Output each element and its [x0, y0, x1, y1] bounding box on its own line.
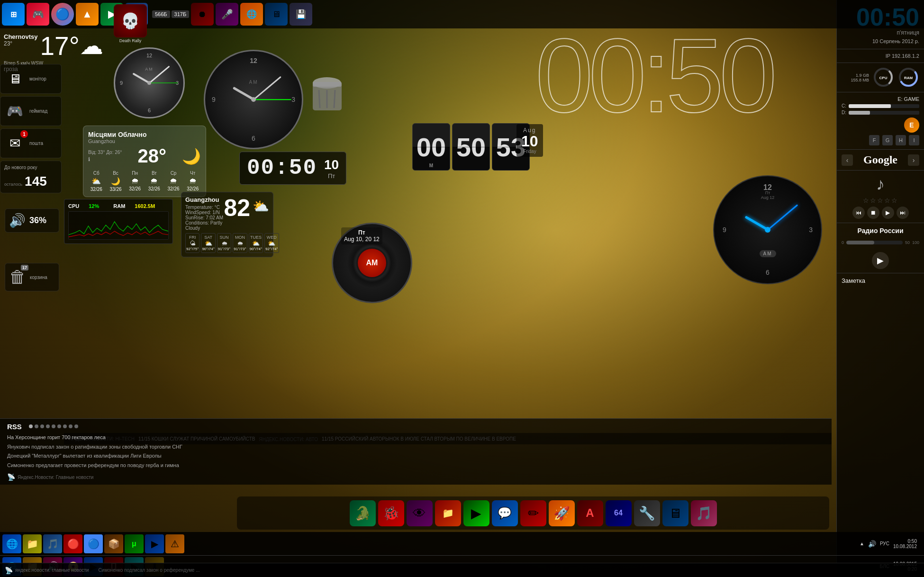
rss-item-3: Донецкий "Металлург" вылетает из квалифи… — [7, 451, 824, 461]
gamepad-icon: 🎮 — [4, 100, 26, 122]
status-bar-icon: 📡 — [5, 567, 13, 574]
clock3-center — [765, 227, 770, 233]
radio-progress-bar — [846, 241, 903, 244]
taskbar-icon-1[interactable]: 🎮 — [27, 3, 49, 26]
cpu-label: CPU — [68, 203, 79, 209]
radio-name: Радио России — [842, 227, 919, 234]
rss-source-bar: 📡 Яндекс.Новости: Главные новости — [7, 473, 824, 481]
recycle-widget-inner[interactable]: 🗑 17 корзина — [5, 263, 59, 291]
dock-icon-frog[interactable]: 🐊 — [350, 500, 376, 526]
disk-e-group: E — [842, 117, 919, 133]
windows-start-button[interactable]: ⊞ — [2, 3, 25, 26]
taskbar-bottom-music[interactable]: 🎵 — [43, 534, 62, 553]
death-rally-label: Death Rally — [119, 38, 142, 43]
disk-i-btn[interactable]: I — [909, 135, 919, 145]
digital-time: 00:50 — [247, 156, 317, 180]
dock-icon-skype[interactable]: 💬 — [492, 500, 518, 526]
trash-bin-icon[interactable] — [308, 73, 346, 116]
taskbar-icon-7[interactable]: 🎤 — [216, 3, 238, 26]
taskbar-icon-10[interactable]: 💾 — [290, 3, 312, 26]
dock-icon-64[interactable]: 64 — [606, 500, 632, 526]
analog-clock-blue: 12 3 6 9 ПтAug 12 AM — [713, 175, 822, 284]
disk-g-btn[interactable]: G — [882, 135, 893, 145]
disk-h-btn[interactable]: H — [896, 135, 906, 145]
music-next-btn[interactable]: ⏭ — [897, 207, 909, 219]
volume-widget: 🔊 36% — [5, 208, 59, 233]
cpu-graph-line — [69, 222, 168, 235]
browser-forward-btn[interactable]: › — [908, 154, 919, 166]
taskbar-bottom-chrome2[interactable]: 🔵 — [84, 534, 103, 553]
taskbar-bottom-box[interactable]: 📦 — [104, 534, 123, 553]
right-ram-size: 1.9 GB — [851, 73, 869, 78]
taskbar-icon-chrome[interactable]: 🔵 — [51, 3, 74, 26]
mail-widget[interactable]: ✉ 1 пошта — [0, 128, 62, 158]
disk-f-btn[interactable]: F — [869, 135, 879, 145]
clock2-center — [251, 97, 256, 102]
music-play-btn[interactable]: ▶ — [882, 207, 894, 219]
new-year-widget[interactable]: До нового року осталось 145 — [0, 161, 62, 193]
dock-icon-tools[interactable]: 🔧 — [634, 500, 660, 526]
status-bar-text: яндекс.новости: главные новости — [15, 568, 89, 573]
dock-icon-screen[interactable]: 🖥 — [662, 500, 688, 526]
guangzhou-cloud-icon: ⛅ — [253, 198, 269, 214]
clock3-minute-hand — [767, 204, 798, 230]
rss-item-1: На Херсонщине горит 700 гектаров леса — [7, 433, 824, 442]
svg-text:RAM: RAM — [904, 76, 913, 80]
right-note-widget: Заметка — [837, 273, 924, 290]
gamepad-widget[interactable]: 🎮 геймпад — [0, 96, 62, 126]
dock-icon-ladybug[interactable]: 🐞 — [378, 500, 404, 526]
status-bar-scroll: Симоненко подписал закон о референдуме .… — [98, 568, 199, 573]
taskbar-bottom-ie[interactable]: 🌐 — [2, 534, 21, 553]
dock-icon-filezilla[interactable]: 📁 — [435, 500, 461, 526]
weather-city: Chernovtsy — [4, 33, 38, 40]
right-ram-used: 155.8 MB — [851, 78, 869, 82]
weather-info-icon: ℹ — [88, 156, 122, 162]
clock2-am-label: AM — [249, 80, 258, 85]
tray-time-block: 0:50 10.08.2012 — [893, 539, 917, 549]
mail-icon: ✉ 1 — [4, 133, 26, 154]
guangzhou-weather-widget: Guangzhou Temperature: °C WindSpeed: 1/N… — [181, 192, 273, 257]
taskbar-bottom-media[interactable]: ▶ — [145, 534, 164, 553]
disk-letters: F G H I — [842, 135, 919, 145]
radio-play-btn[interactable]: ▶ — [872, 252, 889, 269]
dock-icon-play[interactable]: ▶ — [463, 500, 489, 526]
vinyl-label: AM — [358, 249, 386, 277]
volume-widget-inner[interactable]: 🔊 36% — [5, 208, 59, 233]
dock-icon-eye[interactable]: 👁 — [407, 500, 433, 526]
sys-tray: ▲ 🔊 РУС 0:50 10.08.2012 — [860, 539, 922, 549]
disk-d-bar: D: — [842, 110, 919, 115]
weather-day-thu: Чт 🌧 32/26 — [184, 171, 201, 192]
guangzhou-sunrise: SunRise: 7:02 AM — [185, 215, 224, 220]
music-stop-btn[interactable]: ⏹ — [867, 207, 879, 219]
taskbar-icon-6[interactable]: ⏺ — [191, 3, 214, 26]
radio-progress-fill — [846, 241, 874, 244]
taskbar-bottom-folder[interactable]: 📁 — [23, 534, 42, 553]
vinyl-date-text: Aug 10, 20 12 — [344, 236, 380, 243]
flip-date-display: Aug 10 Friday — [516, 124, 543, 157]
clock2-second-hand — [254, 99, 291, 100]
tray-arrows: ▲ — [860, 541, 864, 546]
disk-e-button[interactable]: E — [904, 117, 919, 133]
vinyl-date-display: Пт Aug 10, 20 12 — [341, 227, 382, 244]
forecast-sun: SUN🌧91°/73° — [217, 233, 231, 253]
taskbar-bottom-utorrent[interactable]: μ — [125, 534, 144, 553]
weather-widget-main: Місцями Облачно Guangzhou Від: 33° До: 2… — [83, 126, 206, 197]
dock-icon-paint[interactable]: ✏ — [520, 500, 546, 526]
music-prev-btn[interactable]: ⏮ — [852, 207, 865, 219]
dock-icon-music2[interactable]: 🎵 — [691, 500, 717, 526]
taskbar-icon-3[interactable]: ▲ — [76, 3, 99, 26]
monitor-widget[interactable]: 🖥 монітор — [0, 64, 62, 94]
ram-graph-line — [69, 231, 168, 237]
taskbar-icon-8[interactable]: 🌐 — [240, 3, 263, 26]
death-rally-widget[interactable]: 💀 Death Rally — [109, 2, 152, 45]
dock-icon-rocket[interactable]: 🚀 — [549, 500, 575, 526]
forecast-fri: FRI🌤92°/75° — [185, 233, 199, 253]
taskbar-bottom-red[interactable]: 🔴 — [63, 534, 82, 553]
bottom-dock: 🐊 🐞 👁 📁 ▶ 💬 ✏ 🚀 A 64 🔧 🖥 🎵 — [237, 496, 829, 530]
dock-icon-a[interactable]: A — [577, 500, 603, 526]
taskbar-bottom-warn[interactable]: ⚠ — [165, 534, 184, 553]
rss-title: RSS — [7, 423, 22, 431]
browser-back-btn[interactable]: ‹ — [842, 154, 853, 166]
ram-label: RAM — [113, 203, 125, 209]
taskbar-icon-9[interactable]: 🖥 — [265, 3, 288, 26]
